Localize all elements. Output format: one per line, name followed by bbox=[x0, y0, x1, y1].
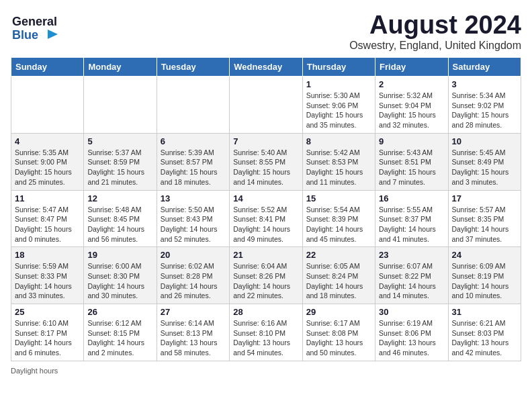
calendar-cell: 18Sunrise: 5:59 AM Sunset: 8:33 PM Dayli… bbox=[11, 247, 84, 304]
svg-text:Blue: Blue bbox=[12, 28, 38, 42]
week-row-2: 4Sunrise: 5:35 AM Sunset: 9:00 PM Daylig… bbox=[11, 133, 521, 190]
day-detail: Sunrise: 5:34 AM Sunset: 9:02 PM Dayligh… bbox=[452, 91, 517, 130]
day-number: 30 bbox=[379, 307, 444, 317]
day-number: 9 bbox=[379, 136, 444, 146]
col-header-monday: Monday bbox=[84, 58, 157, 77]
calendar-cell: 19Sunrise: 6:00 AM Sunset: 8:30 PM Dayli… bbox=[84, 247, 157, 304]
calendar-cell: 29Sunrise: 6:17 AM Sunset: 8:08 PM Dayli… bbox=[302, 304, 375, 361]
header-row: SundayMondayTuesdayWednesdayThursdayFrid… bbox=[11, 58, 521, 77]
calendar-cell: 6Sunrise: 5:39 AM Sunset: 8:57 PM Daylig… bbox=[157, 133, 229, 190]
calendar-cell: 22Sunrise: 6:05 AM Sunset: 8:24 PM Dayli… bbox=[302, 247, 375, 304]
day-detail: Sunrise: 6:17 AM Sunset: 8:08 PM Dayligh… bbox=[306, 318, 371, 358]
day-number: 28 bbox=[233, 307, 298, 317]
title-block: August 2024 Oswestry, England, United Ki… bbox=[349, 11, 521, 52]
day-detail: Sunrise: 5:52 AM Sunset: 8:41 PM Dayligh… bbox=[233, 205, 298, 244]
day-detail: Sunrise: 6:09 AM Sunset: 8:19 PM Dayligh… bbox=[452, 261, 517, 301]
calendar-cell: 21Sunrise: 6:04 AM Sunset: 8:26 PM Dayli… bbox=[230, 247, 302, 304]
day-detail: Sunrise: 5:37 AM Sunset: 8:59 PM Dayligh… bbox=[87, 148, 152, 187]
day-number: 7 bbox=[233, 136, 298, 146]
calendar-cell: 16Sunrise: 5:55 AM Sunset: 8:37 PM Dayli… bbox=[375, 190, 448, 247]
day-detail: Sunrise: 6:14 AM Sunset: 8:13 PM Dayligh… bbox=[161, 318, 226, 358]
day-number: 6 bbox=[161, 136, 226, 146]
week-row-5: 25Sunrise: 6:10 AM Sunset: 8:17 PM Dayli… bbox=[11, 304, 521, 361]
calendar-cell: 7Sunrise: 5:40 AM Sunset: 8:55 PM Daylig… bbox=[230, 133, 302, 190]
day-number: 3 bbox=[452, 79, 517, 89]
day-number: 22 bbox=[306, 250, 371, 260]
col-header-thursday: Thursday bbox=[302, 58, 375, 77]
day-detail: Sunrise: 5:50 AM Sunset: 8:43 PM Dayligh… bbox=[161, 205, 226, 244]
calendar-cell: 4Sunrise: 5:35 AM Sunset: 9:00 PM Daylig… bbox=[11, 133, 84, 190]
col-header-saturday: Saturday bbox=[448, 58, 521, 77]
day-detail: Sunrise: 5:43 AM Sunset: 8:51 PM Dayligh… bbox=[379, 148, 444, 187]
day-number: 23 bbox=[379, 250, 444, 260]
day-detail: Sunrise: 6:02 AM Sunset: 8:28 PM Dayligh… bbox=[161, 261, 226, 301]
calendar-cell: 17Sunrise: 5:57 AM Sunset: 8:35 PM Dayli… bbox=[448, 190, 521, 247]
calendar-cell bbox=[11, 77, 84, 134]
day-detail: Sunrise: 5:40 AM Sunset: 8:55 PM Dayligh… bbox=[233, 148, 298, 187]
day-detail: Sunrise: 5:59 AM Sunset: 8:33 PM Dayligh… bbox=[15, 261, 80, 301]
day-number: 14 bbox=[233, 193, 298, 203]
col-header-tuesday: Tuesday bbox=[157, 58, 229, 77]
day-number: 15 bbox=[306, 193, 371, 203]
calendar-cell: 1Sunrise: 5:30 AM Sunset: 9:06 PM Daylig… bbox=[302, 77, 375, 134]
svg-marker-2 bbox=[48, 30, 58, 39]
week-row-3: 11Sunrise: 5:47 AM Sunset: 8:47 PM Dayli… bbox=[11, 190, 521, 247]
day-number: 4 bbox=[15, 136, 80, 146]
page-header: General Blue August 2024 Oswestry, Engla… bbox=[11, 11, 521, 52]
logo: General Blue bbox=[11, 11, 67, 44]
day-detail: Sunrise: 6:07 AM Sunset: 8:22 PM Dayligh… bbox=[379, 261, 444, 301]
day-number: 16 bbox=[379, 193, 444, 203]
calendar-cell: 30Sunrise: 6:19 AM Sunset: 8:06 PM Dayli… bbox=[375, 304, 448, 361]
calendar-table: SundayMondayTuesdayWednesdayThursdayFrid… bbox=[11, 57, 521, 361]
day-number: 27 bbox=[161, 307, 226, 317]
day-number: 24 bbox=[452, 250, 517, 260]
day-number: 1 bbox=[306, 79, 371, 89]
day-number: 13 bbox=[161, 193, 226, 203]
day-number: 19 bbox=[87, 250, 152, 260]
week-row-1: 1Sunrise: 5:30 AM Sunset: 9:06 PM Daylig… bbox=[11, 77, 521, 134]
day-number: 2 bbox=[379, 79, 444, 89]
day-detail: Sunrise: 6:00 AM Sunset: 8:30 PM Dayligh… bbox=[87, 261, 152, 301]
calendar-cell: 23Sunrise: 6:07 AM Sunset: 8:22 PM Dayli… bbox=[375, 247, 448, 304]
day-number: 20 bbox=[161, 250, 226, 260]
day-detail: Sunrise: 6:04 AM Sunset: 8:26 PM Dayligh… bbox=[233, 261, 298, 301]
day-number: 21 bbox=[233, 250, 298, 260]
calendar-cell bbox=[157, 77, 229, 134]
calendar-cell: 14Sunrise: 5:52 AM Sunset: 8:41 PM Dayli… bbox=[230, 190, 302, 247]
day-detail: Sunrise: 6:16 AM Sunset: 8:10 PM Dayligh… bbox=[233, 318, 298, 358]
day-number: 5 bbox=[87, 136, 152, 146]
day-detail: Sunrise: 6:10 AM Sunset: 8:17 PM Dayligh… bbox=[15, 318, 80, 358]
col-header-friday: Friday bbox=[375, 58, 448, 77]
day-detail: Sunrise: 5:47 AM Sunset: 8:47 PM Dayligh… bbox=[15, 205, 80, 244]
calendar-cell: 15Sunrise: 5:54 AM Sunset: 8:39 PM Dayli… bbox=[302, 190, 375, 247]
day-number: 10 bbox=[452, 136, 517, 146]
calendar-cell bbox=[230, 77, 302, 134]
subtitle: Oswestry, England, United Kingdom bbox=[349, 40, 521, 52]
day-number: 11 bbox=[15, 193, 80, 203]
day-number: 18 bbox=[15, 250, 80, 260]
calendar-cell: 10Sunrise: 5:45 AM Sunset: 8:49 PM Dayli… bbox=[448, 133, 521, 190]
day-number: 25 bbox=[15, 307, 80, 317]
calendar-cell: 25Sunrise: 6:10 AM Sunset: 8:17 PM Dayli… bbox=[11, 304, 84, 361]
col-header-wednesday: Wednesday bbox=[230, 58, 302, 77]
day-detail: Sunrise: 5:30 AM Sunset: 9:06 PM Dayligh… bbox=[306, 91, 371, 130]
day-detail: Sunrise: 5:55 AM Sunset: 8:37 PM Dayligh… bbox=[379, 205, 444, 244]
day-detail: Sunrise: 6:12 AM Sunset: 8:15 PM Dayligh… bbox=[87, 318, 152, 358]
calendar-body: 1Sunrise: 5:30 AM Sunset: 9:06 PM Daylig… bbox=[11, 77, 521, 361]
calendar-cell: 24Sunrise: 6:09 AM Sunset: 8:19 PM Dayli… bbox=[448, 247, 521, 304]
calendar-cell: 27Sunrise: 6:14 AM Sunset: 8:13 PM Dayli… bbox=[157, 304, 229, 361]
calendar-cell bbox=[84, 77, 157, 134]
calendar-cell: 8Sunrise: 5:42 AM Sunset: 8:53 PM Daylig… bbox=[302, 133, 375, 190]
calendar-cell: 2Sunrise: 5:32 AM Sunset: 9:04 PM Daylig… bbox=[375, 77, 448, 134]
day-detail: Sunrise: 6:05 AM Sunset: 8:24 PM Dayligh… bbox=[306, 261, 371, 301]
calendar-header: SundayMondayTuesdayWednesdayThursdayFrid… bbox=[11, 58, 521, 77]
calendar-cell: 3Sunrise: 5:34 AM Sunset: 9:02 PM Daylig… bbox=[448, 77, 521, 134]
calendar-cell: 28Sunrise: 6:16 AM Sunset: 8:10 PM Dayli… bbox=[230, 304, 302, 361]
footer-text: Daylight hours bbox=[11, 367, 58, 375]
col-header-sunday: Sunday bbox=[11, 58, 84, 77]
day-detail: Sunrise: 5:45 AM Sunset: 8:49 PM Dayligh… bbox=[452, 148, 517, 187]
logo-icon: General Blue bbox=[11, 11, 64, 44]
day-number: 12 bbox=[87, 193, 152, 203]
day-number: 31 bbox=[452, 307, 517, 317]
day-number: 17 bbox=[452, 193, 517, 203]
